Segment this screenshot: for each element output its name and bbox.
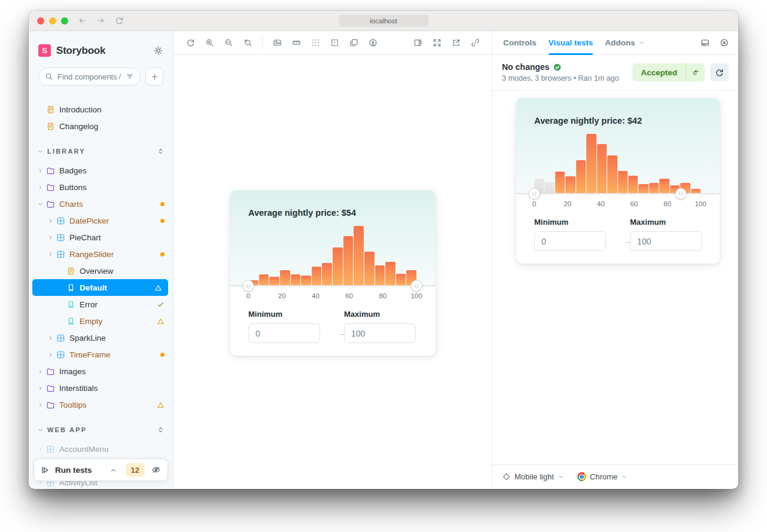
viewport-icon[interactable]: [346, 35, 361, 51]
card-title: Average nightly price: $54: [248, 208, 356, 218]
background-icon[interactable]: [269, 35, 285, 51]
address-bar[interactable]: localhost: [339, 15, 428, 27]
rerun-tests-button[interactable]: [710, 63, 729, 81]
chevron-right-icon[interactable]: [37, 402, 46, 408]
maximum-input[interactable]: 100: [630, 231, 702, 251]
open-external-icon[interactable]: [448, 35, 464, 51]
doc-overview[interactable]: Overview: [29, 262, 173, 279]
max-slider-handle[interactable]: [411, 280, 422, 292]
tab-controls[interactable]: Controls: [497, 31, 543, 55]
component-piechart[interactable]: PieChart: [29, 229, 173, 246]
story-empty[interactable]: Empty: [29, 313, 173, 329]
chevron-down-icon: [37, 427, 46, 433]
axis-tick-label: 0: [532, 200, 536, 207]
collapse-expand-icon[interactable]: [157, 147, 165, 155]
axis-tick-label: 0: [246, 292, 250, 299]
component-timeframe[interactable]: TimeFrame: [29, 346, 173, 363]
min-slider-handle[interactable]: [529, 188, 540, 200]
zoom-window-button[interactable]: [61, 17, 68, 25]
component-sparkline[interactable]: SparkLine: [29, 329, 173, 346]
chevron-right-icon[interactable]: [37, 446, 46, 452]
axis-tick-label: 80: [663, 200, 671, 207]
maximum-input[interactable]: 100: [344, 323, 416, 343]
doc-introduction[interactable]: Introduction: [29, 101, 173, 118]
section-header-library[interactable]: LIBRARY: [29, 143, 173, 160]
back-icon[interactable]: [78, 16, 87, 25]
storybook-logo-icon: S: [38, 44, 51, 57]
minimum-input[interactable]: 0: [248, 323, 320, 343]
measure-icon[interactable]: [288, 35, 304, 51]
search-shortcut: /: [119, 72, 121, 81]
chevron-up-icon[interactable]: [109, 466, 117, 474]
gear-icon[interactable]: [153, 45, 163, 56]
chevron-right-icon[interactable]: [37, 184, 46, 191]
slider-track[interactable]: [516, 193, 720, 194]
run-tests-bar[interactable]: Run tests 12: [34, 458, 168, 481]
max-slider-handle[interactable]: [675, 188, 686, 200]
chevron-right-icon[interactable]: [47, 234, 56, 241]
remount-icon[interactable]: [182, 35, 198, 51]
folder-images[interactable]: Images: [29, 363, 173, 380]
chevron-right-icon[interactable]: [47, 251, 56, 258]
slider-track[interactable]: [230, 285, 436, 286]
unaccept-icon[interactable]: [686, 63, 705, 81]
story-error[interactable]: Error: [29, 296, 173, 313]
filter-icon[interactable]: [126, 72, 134, 81]
accepted-button[interactable]: Accepted: [632, 63, 705, 81]
watch-mode-icon[interactable]: [151, 465, 161, 475]
search-input[interactable]: Find components /: [38, 68, 141, 85]
close-panel-icon[interactable]: [716, 35, 732, 51]
component-datepicker[interactable]: DatePicker: [29, 212, 173, 229]
outline-icon[interactable]: [327, 35, 342, 51]
tab-addons[interactable]: Addons: [599, 31, 650, 55]
zoom-in-icon[interactable]: [202, 35, 217, 51]
forward-icon[interactable]: [96, 16, 105, 25]
histogram-bar: [638, 184, 648, 194]
component-accountmenu[interactable]: AccountMenu: [29, 441, 173, 457]
chevron-right-icon[interactable]: [47, 218, 56, 224]
panel-orientation-icon[interactable]: [697, 35, 713, 51]
fullscreen-icon[interactable]: [429, 35, 445, 51]
chevron-right-icon[interactable]: [37, 167, 46, 174]
minimize-window-button[interactable]: [49, 17, 56, 25]
panel-position-icon[interactable]: [410, 35, 425, 51]
chevron-right-icon[interactable]: [47, 351, 56, 358]
mode-selector[interactable]: Mobile light: [502, 472, 564, 481]
chevron-right-icon[interactable]: [47, 335, 56, 341]
browser-selector[interactable]: Chrome: [577, 472, 628, 481]
status-meta: 3 modes, 3 browsers • Ran 1m ago: [502, 74, 619, 82]
tree-item-label: Images: [59, 367, 86, 376]
section-header-web-app[interactable]: WEB APP: [29, 421, 173, 438]
min-slider-handle[interactable]: [243, 280, 254, 292]
story-default[interactable]: Default: [32, 279, 168, 296]
component-rangeslider[interactable]: RangeSlider: [29, 246, 173, 262]
close-window-button[interactable]: [37, 17, 44, 25]
histogram-bar: [659, 179, 669, 194]
folder-buttons[interactable]: Buttons: [29, 179, 173, 195]
folder-interstitials[interactable]: Interstitials: [29, 380, 173, 396]
axis-tick: [382, 288, 383, 289]
histogram-bar: [375, 265, 385, 286]
grid-icon[interactable]: [308, 35, 323, 51]
zoom-reset-icon[interactable]: [240, 35, 255, 51]
link-icon[interactable]: [467, 35, 483, 51]
preview-area: Average nightly price: $54020406080100Mi…: [174, 55, 492, 488]
chevron-right-icon[interactable]: [37, 385, 46, 392]
create-story-button[interactable]: [145, 68, 163, 85]
folder-tooltips[interactable]: Tooltips: [29, 396, 173, 413]
doc-changelog[interactable]: Changelog: [29, 118, 173, 134]
accessibility-icon[interactable]: [365, 35, 381, 51]
collapse-expand-icon[interactable]: [157, 426, 165, 434]
reload-icon[interactable]: [115, 16, 124, 25]
tab-visual-tests[interactable]: Visual tests: [543, 31, 599, 55]
addons-panel: Controls Visual tests Addons No changes: [492, 31, 738, 488]
test-count-badge: 12: [126, 463, 145, 477]
chevron-right-icon[interactable]: [37, 368, 46, 375]
zoom-out-icon[interactable]: [221, 35, 236, 51]
folder-badges[interactable]: Badges: [29, 162, 173, 179]
folder-charts[interactable]: Charts: [29, 195, 173, 212]
search-icon: [45, 72, 53, 81]
chevron-down-icon[interactable]: [37, 201, 46, 207]
minimum-input[interactable]: 0: [534, 231, 606, 251]
tree-item-label: Changelog: [59, 122, 98, 131]
